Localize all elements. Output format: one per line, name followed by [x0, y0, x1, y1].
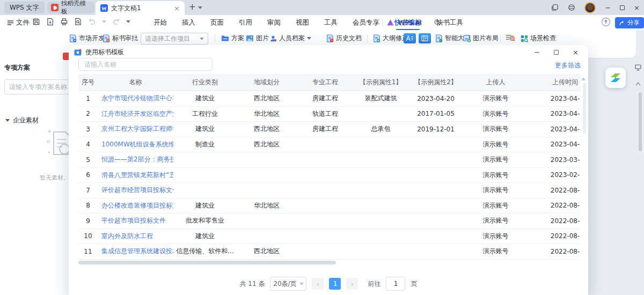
next-page-button[interactable]: › [346, 278, 358, 290]
search-icon[interactable] [434, 19, 441, 26]
workspace-windows-icon[interactable] [551, 4, 559, 11]
export-icon[interactable] [46, 18, 54, 26]
save-icon[interactable] [32, 18, 40, 26]
plan-button[interactable]: 方案 [221, 34, 244, 43]
dialog-title-bar[interactable]: 使用标书模板 − × [69, 45, 588, 59]
table-row[interactable]: 41000MW机组设备系统维护...制造业西北地区演示账号2023-04- [78, 137, 581, 153]
undo-icon[interactable] [88, 18, 96, 26]
dialog-title-icon [74, 49, 82, 56]
print-preview-icon[interactable] [74, 18, 82, 26]
template-name-link[interactable]: 室内外及防水工程 [98, 229, 173, 244]
template-name-search-input[interactable] [78, 58, 213, 71]
tab-document-active[interactable]: 文字文稿1 × [96, 1, 185, 15]
document-vertical-scrollbar[interactable] [639, 92, 642, 151]
template-name-link[interactable]: 京州工程大学国际工程师学... [98, 122, 173, 137]
table-cell [297, 152, 354, 167]
pane-tool-icon[interactable] [63, 53, 69, 60]
menu-item-insert[interactable]: 插入 [181, 15, 196, 31]
table-cell: 演示账号 [464, 122, 528, 137]
share-button[interactable]: 分享 [615, 17, 644, 28]
personnel-files-button[interactable]: 人员档案 [269, 34, 311, 43]
menu-item-reference[interactable]: 引用 [238, 15, 253, 31]
plan-search-input[interactable] [4, 79, 69, 94]
table-row[interactable]: 10室内外及防水工程建筑业演示账号2022-08- [78, 229, 581, 245]
template-name-link[interactable]: 恒源——第2部分：商务技... [98, 152, 173, 167]
table-row[interactable]: 3京州工程大学国际工程师学...建筑业西北地区房建工程总承包2019-12-01… [78, 122, 581, 137]
table-cell [173, 168, 237, 183]
tab-label: 文字文稿1 [111, 4, 141, 13]
table-vertical-scrollbar[interactable] [583, 83, 586, 134]
project-select[interactable]: 请选择工作项目 [141, 33, 208, 45]
prev-page-button[interactable]: ‹ [312, 278, 324, 290]
table-row[interactable]: 11集成信息管理系统建设投标书信息传输、软件和...西北地区演示账号2022-0… [78, 244, 581, 260]
template-name-link[interactable]: 办公楼改造装修项目投标文件 [98, 198, 173, 213]
table-cell: 演示账号 [464, 137, 528, 152]
image-layout-button[interactable]: 图片布局 [463, 34, 499, 43]
scroll-up-icon[interactable] [635, 82, 641, 86]
menu-item-member[interactable]: 会员专享 [352, 15, 380, 31]
page-size-select[interactable]: 20条/页 [270, 277, 306, 291]
full-text-check-icon[interactable] [506, 34, 515, 42]
image-button[interactable]: 图片 [246, 34, 269, 43]
window-close-button[interactable]: × [634, 4, 640, 11]
kuaishu-assistant-icon[interactable] [605, 68, 626, 88]
window-minimize-button[interactable]: − [605, 4, 611, 11]
dialog-maximize-button[interactable] [554, 50, 559, 55]
template-name-link[interactable]: 评价超市经营项目投标文件 [98, 183, 173, 198]
table-cell: 2022-08- [528, 198, 581, 213]
app-menu-button[interactable]: WPS 文字 [4, 2, 45, 13]
new-tab-button[interactable]: + [189, 2, 196, 12]
table-row[interactable]: 9平价超市项目投标文件批发和零售业演示账号2022-08- [78, 213, 581, 229]
outline-fix-icon [372, 34, 380, 42]
menu-item-review[interactable]: 审阅 [266, 15, 282, 31]
menu-item-page[interactable]: 页面 [209, 15, 225, 31]
menu-item-start[interactable]: 开始 [152, 15, 168, 31]
table-cell [297, 229, 354, 244]
template-name-link[interactable]: 集成信息管理系统建设投标书 [98, 244, 173, 259]
table-row[interactable]: 6滑县八里营镇龙苑新村“五...演示账号2023-02- [78, 168, 581, 183]
window-tab-bar: WPS 文字 找稻壳模板 文字文稿1 × + − × [0, 0, 644, 15]
undo-caret-icon[interactable] [102, 20, 106, 23]
template-name-link[interactable]: 永宁市现代冷链物流中心项... [98, 91, 173, 106]
outline-fix-button[interactable]: 大纲修正 [372, 34, 408, 43]
redo-caret-icon[interactable] [126, 20, 130, 23]
ai-rewrite-icon[interactable] [404, 33, 416, 43]
history-doc-button[interactable]: 历史文档 [326, 34, 362, 43]
tab-close-icon[interactable]: × [174, 4, 180, 12]
layout-tool-icon[interactable] [419, 33, 431, 43]
integration-globe-icon[interactable] [568, 4, 575, 11]
template-name-link[interactable]: 江舟市经济开发区临空产业... [98, 107, 173, 122]
tab-docer-templates[interactable]: 找稻壳模板 [47, 2, 94, 13]
sidebar-collapse-icon[interactable] [635, 64, 641, 71]
user-avatar[interactable] [584, 2, 596, 13]
dialog-minimize-button[interactable]: − [534, 49, 540, 56]
template-name-link[interactable]: 平价超市项目投标文件 [98, 213, 173, 228]
table-row[interactable]: 7评价超市经营项目投标文件演示账号2022-08- [78, 183, 581, 198]
bid-approval-button[interactable]: 标书审批 [102, 34, 138, 43]
template-name-link[interactable]: 滑县八里营镇龙苑新村“五... [98, 168, 173, 183]
wps-ai-label[interactable]: WPS AI [398, 19, 422, 27]
table-row[interactable]: 5恒源——第2部分：商务技...演示账号2023-03- [78, 152, 581, 168]
table-row[interactable]: 2江舟市经济开发区临空产业...工程行业华北地区轨道工程2017-01-05演示… [78, 107, 581, 122]
cloud-sync-icon[interactable] [601, 17, 611, 27]
table-row[interactable]: 1永宁市现代冷链物流中心项...建筑业西北地区房建工程装配式建筑2023-04-… [78, 91, 581, 107]
window-restore-button[interactable] [620, 5, 625, 10]
tab-list-caret-icon[interactable] [198, 6, 202, 9]
menu-item-view[interactable]: 视图 [295, 15, 310, 31]
menu-item-tools[interactable]: 工具 [323, 15, 339, 31]
bid-approval-icon [102, 34, 110, 42]
more-filters-link[interactable]: 更多筛选 [555, 61, 581, 70]
market-dev-button[interactable]: 市场开发 [69, 34, 105, 43]
table-row[interactable]: 8办公楼改造装修项目投标文件建筑业华北地区演示账号2022-08- [78, 198, 581, 214]
goto-page-input[interactable] [386, 277, 405, 291]
template-name-link[interactable]: 1000MW机组设备系统维护... [98, 137, 173, 152]
redo-icon[interactable] [112, 18, 120, 26]
scene-check-button[interactable]: 场景检查 [521, 34, 556, 43]
table-scroll-up-icon[interactable] [581, 77, 586, 80]
dialog-close-button[interactable]: × [573, 49, 579, 56]
print-icon[interactable] [60, 18, 68, 26]
table-cell: 10 [78, 229, 98, 244]
enterprise-material-section[interactable]: 企业素材 [5, 116, 39, 125]
page-1-button[interactable]: 1 [329, 278, 341, 290]
table-horizontal-scrollbar[interactable] [78, 261, 581, 264]
